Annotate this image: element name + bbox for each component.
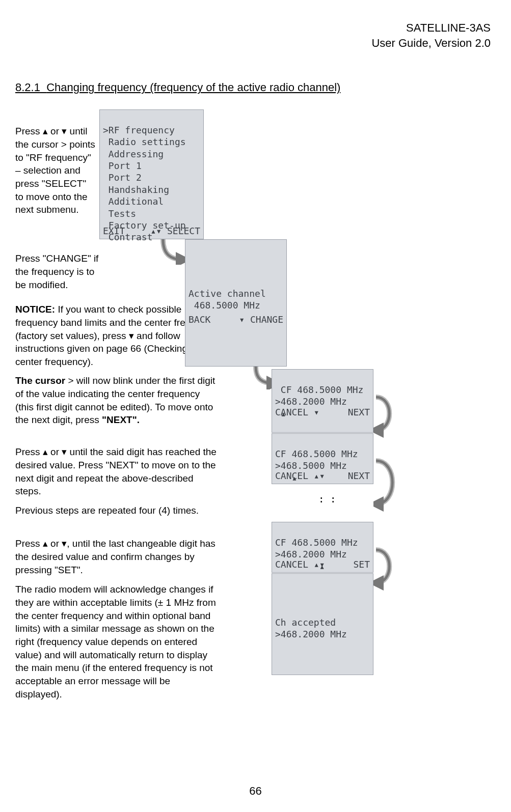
instruction-step2: Press "CHANGE" if the frequency is to be… (15, 252, 102, 291)
lcd-main-menu: >RF frequency Radio settings Addressing … (99, 109, 204, 239)
repeat-dots: : : (318, 494, 336, 505)
lcd-accepted: Ch accepted >468.2000 MHz (272, 573, 373, 675)
lcd-edit-step1: CF 468.5000 MHz >468.2000 MHz ▴ CANCEL ▾… (272, 369, 373, 433)
accepted-lines: Ch accepted >468.2000 MHz (275, 617, 347, 639)
product-name: SATELLINE-3AS (15, 20, 491, 36)
page-header: SATELLINE-3AS User Guide, Version 2.0 (15, 20, 496, 50)
notice-label: NOTICE: (15, 304, 55, 315)
active-lines: Active channel 468.5000 MHz (189, 288, 266, 311)
instruction-step4: Press ▴ or ▾, until the last changeable … (15, 537, 217, 576)
lcd-active-channel: Active channel 468.5000 MHz BACK ▾ CHANG… (185, 239, 287, 367)
loop-arrow-icon (373, 545, 399, 591)
softkey-back[interactable]: BACK (189, 314, 210, 325)
loop-arrow-icon (373, 456, 401, 512)
softkey-exit[interactable]: EXIT (103, 225, 125, 237)
lcd-edit-step-final: CF 468.5000 MHz >468.2000 MHz ▴ CANCEL ▴… (272, 522, 373, 573)
softkey-next[interactable]: NEXT (348, 470, 370, 482)
loop-arrow-icon (373, 392, 399, 438)
step3a-next: "NEXT". (102, 414, 140, 425)
instruction-step3a: The cursor > will now blink under the fi… (15, 374, 217, 427)
content-area: Press ▴ or ▾ until the cursor > points t… (15, 109, 496, 720)
softkey-cancel[interactable]: CANCEL ▾ (275, 406, 319, 418)
section-heading: 8.2.1 Changing frequency (frequency of t… (0, 81, 496, 94)
softkey-cancel[interactable]: CANCEL ▴▾ (275, 558, 325, 570)
section-title-text: Changing frequency (frequency of the act… (46, 81, 340, 94)
cursor-label: The cursor (15, 375, 65, 386)
softkey-cancel[interactable]: CANCEL ▴▾ (275, 470, 325, 482)
lcd-edit-step2: CF 468.5000 MHz >468.5000 MHz ▴ CANCEL ▴… (272, 433, 373, 484)
instruction-step3c: Previous steps are repeated four (4) tim… (15, 504, 217, 517)
softkey-set[interactable]: SET (353, 558, 370, 570)
instruction-step3b: Press ▴ or ▾ until the said digit has re… (15, 445, 217, 498)
instruction-step1: Press ▴ or ▾ until the cursor > points t… (15, 125, 97, 216)
guide-version: User Guide, Version 2.0 (15, 36, 491, 51)
softkey-next[interactable]: NEXT (348, 406, 370, 418)
section-number: 8.2.1 (15, 81, 40, 94)
instruction-step5: The radio modem will acknowledge changes… (15, 583, 217, 701)
softkey-change[interactable]: ▾ CHANGE (239, 314, 283, 325)
page-number: 66 (0, 785, 511, 798)
softkey-select[interactable]: ▴▾ SELECT (150, 225, 200, 237)
